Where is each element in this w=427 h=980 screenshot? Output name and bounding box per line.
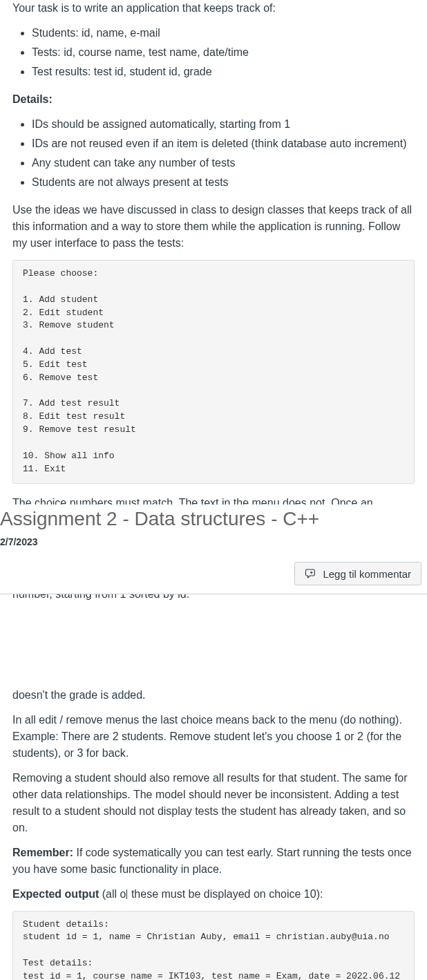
- details-list: IDs should be assigned automatically, st…: [12, 116, 415, 191]
- add-comment-button[interactable]: Legg til kommentar: [294, 562, 421, 585]
- design-paragraph: Use the ideas we have discussed in class…: [12, 202, 415, 252]
- expected-text-a: (all o: [99, 888, 126, 900]
- remember-label: Remember:: [12, 847, 73, 858]
- remember-paragraph: Remember: If code systematically you can…: [12, 845, 415, 878]
- details-heading: Details:: [12, 91, 415, 108]
- edit-remove-paragraph: In all edit / remove menus the last choi…: [12, 712, 415, 762]
- cut-paragraph: doesn't the grade is added.: [12, 687, 415, 704]
- list-item: Test results: test id, student id, grade: [32, 64, 415, 80]
- add-comment-label: Legg til kommentar: [323, 568, 411, 580]
- expected-text-b: these must be displayed on choice 10):: [128, 888, 323, 900]
- list-item: IDs are not reused even if an item is de…: [32, 135, 415, 152]
- document-body: Your task is to write an application tha…: [0, 0, 427, 980]
- overlay-spacer: [12, 611, 415, 690]
- details-label: Details:: [12, 93, 53, 105]
- output-code-block: Student details: student id = 1, name = …: [12, 911, 415, 981]
- page-title: Assignment 2 - Data structures - C++: [0, 505, 427, 534]
- list-item: Students are not always present at tests: [32, 174, 415, 191]
- sticky-header: Assignment 2 - Data structures - C++ 2/7…: [0, 505, 427, 594]
- list-item: IDs should be assigned automatically, st…: [32, 116, 415, 133]
- expected-label: Expected output: [12, 888, 99, 900]
- header-button-row: Legg til kommentar: [0, 562, 427, 588]
- list-item: Students: id, name, e-mail: [32, 25, 415, 41]
- page-date: 2/7/2023: [0, 535, 427, 549]
- menu-code-block: Please choose: 1. Add student 2. Edit st…: [12, 260, 415, 484]
- intro-paragraph: Your task is to write an application tha…: [12, 0, 415, 17]
- track-list: Students: id, name, e-mail Tests: id, co…: [12, 25, 415, 80]
- list-item: Any student can take any number of tests: [32, 155, 415, 171]
- expected-paragraph: Expected output (all o these must be dis…: [12, 886, 415, 903]
- list-item: Tests: id, course name, test name, date/…: [32, 44, 415, 61]
- removing-paragraph: Removing a student should also remove al…: [12, 770, 415, 836]
- comment-icon: [305, 567, 317, 580]
